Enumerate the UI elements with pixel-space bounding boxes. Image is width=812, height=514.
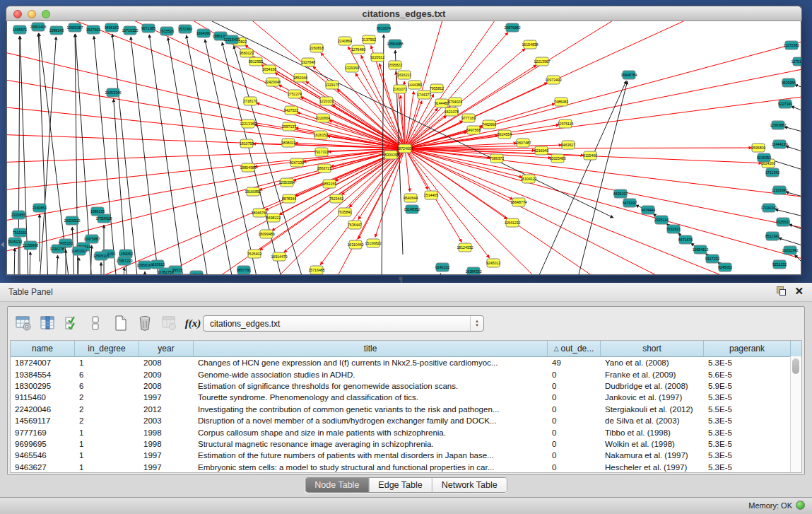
collapse-panel-arrow-icon[interactable] (1, 242, 4, 247)
network-node[interactable]: 2240864 (338, 37, 352, 45)
network-node[interactable]: 9325532 (776, 218, 790, 226)
network-node[interactable]: 1276480 (351, 45, 365, 54)
network-node[interactable]: 2089143 (49, 26, 64, 35)
citation-edge-red[interactable] (405, 148, 490, 258)
network-canvas[interactable]: 2260818132764818520462751274942752229571… (6, 21, 801, 275)
network-node[interactable]: 11451912 (71, 247, 88, 255)
network-node[interactable]: 11156898 (23, 241, 38, 250)
network-node[interactable]: 9466163 (105, 23, 119, 32)
network-node[interactable]: 9251232 (772, 260, 787, 269)
network-node[interactable]: 10975887 (83, 235, 100, 243)
citation-edge-black[interactable] (784, 127, 801, 134)
window-titlebar[interactable]: citations_edges.txt (6, 6, 802, 21)
network-node[interactable]: 11172382 (784, 41, 799, 49)
network-node[interactable]: 5498222 (266, 214, 281, 222)
table-row[interactable]: 946554611997Estimation of the future num… (11, 450, 801, 461)
column-header-year[interactable]: year (139, 341, 194, 356)
network-node[interactable]: 10654113 (693, 245, 709, 254)
network-node[interactable]: 2863721 (317, 164, 331, 173)
network-node[interactable]: 9267130 (290, 158, 304, 167)
network-node[interactable]: 7485083 (554, 98, 568, 106)
network-node[interactable]: 1810755 (240, 139, 254, 148)
network-node[interactable]: 7917331 (314, 148, 329, 156)
citation-edge-red[interactable] (269, 148, 405, 274)
citation-edge-black[interactable] (791, 106, 801, 115)
table-row[interactable]: 1938455462009Genome-wide association stu… (11, 368, 801, 380)
citation-edge-red[interactable] (405, 148, 678, 274)
network-node[interactable]: 9427522 (284, 106, 298, 115)
network-node[interactable]: 7919151 (13, 228, 27, 237)
table-row[interactable]: 946362711997Embryonic stem cells: a mode… (11, 462, 801, 472)
network-node[interactable]: 9115460 (583, 151, 597, 160)
network-node[interactable]: 8439197 (613, 189, 628, 198)
network-node[interactable]: 9777169 (461, 114, 476, 122)
network-node[interactable]: 1744377 (417, 90, 431, 99)
network-node[interactable]: 6240132 (435, 263, 449, 271)
new-file-icon[interactable] (111, 313, 131, 333)
table-row[interactable]: 1456911722003Disruption of a novel membe… (11, 415, 801, 426)
network-node[interactable]: 11541232 (505, 218, 521, 227)
memory-indicator[interactable]: Memory: OK (748, 501, 805, 510)
network-node[interactable]: 10719155 (122, 26, 138, 35)
citation-edge-red[interactable] (405, 148, 752, 148)
tab-node-table[interactable]: Node Table (305, 478, 369, 492)
network-node[interactable]: 9317232 (705, 255, 719, 263)
network-node[interactable]: 3220612 (370, 53, 384, 62)
network-node[interactable]: 1852046 (293, 74, 307, 82)
network-node[interactable]: 12213967 (534, 57, 550, 66)
network-node[interactable]: 15148352 (404, 205, 420, 214)
network-node[interactable]: 1595822 (388, 61, 402, 69)
network-node[interactable]: 3137552 (362, 35, 376, 44)
network-node[interactable]: 1220103 (319, 97, 334, 105)
network-node[interactable]: 12444139 (771, 140, 787, 148)
network-node[interactable]: 7636447 (348, 221, 362, 229)
citation-edge-red[interactable] (405, 39, 801, 148)
citation-edge-black[interactable] (114, 99, 127, 274)
tab-network-table[interactable]: Network Table (433, 478, 507, 492)
network-node[interactable]: 10025483 (549, 154, 565, 163)
network-node[interactable]: 18124532 (457, 243, 473, 252)
show-column-icon[interactable] (37, 313, 57, 333)
network-node[interactable]: 9144480 (435, 99, 449, 107)
network-node[interactable]: 16914479 (271, 252, 287, 261)
citation-edge-black[interactable] (577, 81, 628, 274)
network-node[interactable]: 1721342 (765, 168, 779, 177)
table-row[interactable]: 977716911998Corpus callosum shape and si… (11, 426, 801, 438)
network-node[interactable]: 1444380 (408, 81, 422, 89)
table-row[interactable]: 2242004622012Investigating the contribut… (11, 404, 801, 415)
network-node[interactable]: 9245052 (718, 263, 732, 271)
citation-edge-red[interactable] (405, 21, 707, 148)
network-node[interactable]: 7955812 (430, 84, 444, 93)
network-node[interactable]: 1329175 (325, 81, 339, 89)
scrollbar-thumb[interactable] (792, 358, 799, 374)
select-rows-icon[interactable] (61, 313, 81, 333)
citation-edge-black[interactable] (30, 252, 30, 274)
network-node[interactable]: 1327648 (301, 58, 315, 66)
network-node[interactable]: 19854985 (240, 163, 256, 172)
network-node[interactable]: 15716485 (308, 266, 324, 274)
network-node[interactable]: 7523442 (329, 194, 343, 203)
network-node[interactable]: 6794024 (448, 98, 462, 106)
network-node[interactable]: 17359928 (95, 214, 112, 223)
network-node[interactable]: 7615526 (160, 27, 174, 35)
network-node[interactable]: 2957137 (282, 122, 296, 131)
network-node[interactable]: 18099489 (258, 230, 274, 238)
citation-edge-red[interactable] (7, 49, 405, 148)
network-node[interactable]: 13342787 (49, 245, 66, 253)
row-height-icon[interactable] (86, 313, 105, 333)
tab-edge-table[interactable]: Edge Table (369, 478, 432, 492)
network-node[interactable]: 12213363 (240, 119, 256, 128)
network-node[interactable]: 9560123 (240, 49, 254, 57)
network-node[interactable]: 16154838 (522, 40, 538, 49)
network-node[interactable]: 3915132 (8, 238, 22, 246)
network-node[interactable]: 8215353 (757, 153, 771, 162)
network-node[interactable]: 12093887 (770, 121, 786, 129)
network-node[interactable]: 10958167 (136, 261, 153, 269)
close-panel-icon[interactable]: ✕ (794, 286, 804, 296)
column-header-name[interactable]: name (11, 341, 75, 356)
network-node[interactable]: 12215439 (223, 35, 240, 44)
network-node[interactable]: 3624554 (498, 130, 512, 139)
network-node[interactable]: 1616211 (397, 71, 411, 79)
network-node[interactable]: 15136822 (365, 239, 381, 247)
network-node[interactable]: 18648774 (510, 198, 526, 206)
